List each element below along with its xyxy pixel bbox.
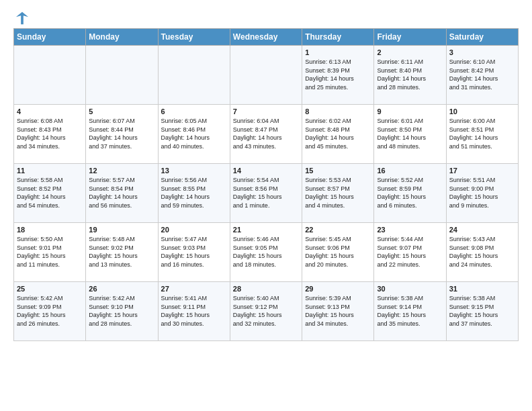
day-number: 22 <box>305 226 371 234</box>
day-number: 15 <box>305 167 371 175</box>
day-number: 16 <box>377 167 443 175</box>
day-info: Sunrise: 6:08 AMSunset: 8:43 PMDaylight:… <box>17 117 83 150</box>
day-number: 4 <box>17 107 83 116</box>
col-header-sunday: Sunday <box>14 29 86 46</box>
calendar-cell: 5Sunrise: 6:07 AMSunset: 8:44 PMDaylight… <box>86 105 158 164</box>
calendar-cell: 18Sunrise: 5:50 AMSunset: 9:01 PMDayligh… <box>14 223 86 282</box>
calendar-cell: 31Sunrise: 5:38 AMSunset: 9:15 PMDayligh… <box>446 282 518 341</box>
calendar-cell: 15Sunrise: 5:53 AMSunset: 8:57 PMDayligh… <box>302 164 374 223</box>
day-number: 29 <box>305 285 371 293</box>
calendar-cell: 28Sunrise: 5:40 AMSunset: 9:12 PMDayligh… <box>230 282 302 341</box>
day-info: Sunrise: 5:38 AMSunset: 9:14 PMDaylight:… <box>377 294 443 328</box>
calendar-cell: 8Sunrise: 6:02 AMSunset: 8:48 PMDaylight… <box>302 105 374 164</box>
header <box>13 11 519 26</box>
calendar-cell: 25Sunrise: 5:42 AMSunset: 9:09 PMDayligh… <box>14 282 86 341</box>
day-number: 12 <box>89 167 154 175</box>
calendar-cell: 1Sunrise: 6:13 AMSunset: 8:39 PMDaylight… <box>302 46 374 105</box>
calendar-cell: 7Sunrise: 6:04 AMSunset: 8:47 PMDaylight… <box>230 105 302 164</box>
day-info: Sunrise: 5:56 AMSunset: 8:55 PMDaylight:… <box>161 176 227 210</box>
calendar-cell: 23Sunrise: 5:44 AMSunset: 9:07 PMDayligh… <box>374 223 446 282</box>
calendar-week-2: 4Sunrise: 6:08 AMSunset: 8:43 PMDaylight… <box>14 105 519 164</box>
calendar-cell: 4Sunrise: 6:08 AMSunset: 8:43 PMDaylight… <box>14 105 86 164</box>
day-info: Sunrise: 5:44 AMSunset: 9:07 PMDaylight:… <box>377 235 443 269</box>
day-info: Sunrise: 5:39 AMSunset: 9:13 PMDaylight:… <box>305 294 371 328</box>
day-info: Sunrise: 6:01 AMSunset: 8:50 PMDaylight:… <box>377 117 443 150</box>
col-header-thursday: Thursday <box>302 29 374 46</box>
day-info: Sunrise: 6:02 AMSunset: 8:48 PMDaylight:… <box>305 117 371 150</box>
calendar-cell: 26Sunrise: 5:42 AMSunset: 9:10 PMDayligh… <box>86 282 158 341</box>
day-number: 28 <box>233 285 299 293</box>
day-number: 10 <box>449 107 515 116</box>
day-info: Sunrise: 5:43 AMSunset: 9:08 PMDaylight:… <box>449 235 515 269</box>
svg-marker-0 <box>16 12 28 24</box>
calendar-cell: 22Sunrise: 5:45 AMSunset: 9:06 PMDayligh… <box>302 223 374 282</box>
day-info: Sunrise: 5:52 AMSunset: 8:59 PMDaylight:… <box>377 176 443 210</box>
col-header-saturday: Saturday <box>446 29 518 46</box>
day-info: Sunrise: 5:40 AMSunset: 9:12 PMDaylight:… <box>233 294 299 328</box>
calendar-week-3: 11Sunrise: 5:58 AMSunset: 8:52 PMDayligh… <box>14 164 519 223</box>
calendar-cell: 6Sunrise: 6:05 AMSunset: 8:46 PMDaylight… <box>158 105 230 164</box>
day-number: 14 <box>233 167 299 175</box>
day-number: 24 <box>449 226 515 234</box>
logo <box>13 11 30 26</box>
day-info: Sunrise: 5:57 AMSunset: 8:54 PMDaylight:… <box>89 176 154 210</box>
day-number: 6 <box>161 107 227 116</box>
calendar-cell <box>14 46 86 105</box>
day-info: Sunrise: 5:54 AMSunset: 8:56 PMDaylight:… <box>233 176 299 210</box>
calendar-cell: 2Sunrise: 6:11 AMSunset: 8:40 PMDaylight… <box>374 46 446 105</box>
day-number: 17 <box>449 167 515 175</box>
calendar-cell <box>230 46 302 105</box>
day-info: Sunrise: 5:48 AMSunset: 9:02 PMDaylight:… <box>89 235 154 269</box>
day-info: Sunrise: 5:41 AMSunset: 9:11 PMDaylight:… <box>161 294 227 328</box>
col-header-tuesday: Tuesday <box>158 29 230 46</box>
calendar-cell <box>86 46 158 105</box>
day-number: 11 <box>17 167 83 175</box>
col-header-monday: Monday <box>86 29 158 46</box>
calendar-cell: 9Sunrise: 6:01 AMSunset: 8:50 PMDaylight… <box>374 105 446 164</box>
day-info: Sunrise: 6:13 AMSunset: 8:39 PMDaylight:… <box>305 58 371 91</box>
col-header-friday: Friday <box>374 29 446 46</box>
day-info: Sunrise: 5:50 AMSunset: 9:01 PMDaylight:… <box>17 235 83 269</box>
day-number: 1 <box>305 48 371 56</box>
day-info: Sunrise: 5:47 AMSunset: 9:03 PMDaylight:… <box>161 235 227 269</box>
calendar-cell: 30Sunrise: 5:38 AMSunset: 9:14 PMDayligh… <box>374 282 446 341</box>
calendar-cell: 24Sunrise: 5:43 AMSunset: 9:08 PMDayligh… <box>446 223 518 282</box>
calendar-cell: 29Sunrise: 5:39 AMSunset: 9:13 PMDayligh… <box>302 282 374 341</box>
day-number: 31 <box>449 285 515 293</box>
day-info: Sunrise: 6:10 AMSunset: 8:42 PMDaylight:… <box>449 58 515 91</box>
calendar-table: SundayMondayTuesdayWednesdayThursdayFrid… <box>13 28 519 341</box>
day-info: Sunrise: 6:07 AMSunset: 8:44 PMDaylight:… <box>89 117 154 150</box>
day-number: 21 <box>233 226 299 234</box>
header-row: SundayMondayTuesdayWednesdayThursdayFrid… <box>14 29 519 46</box>
calendar-cell: 3Sunrise: 6:10 AMSunset: 8:42 PMDaylight… <box>446 46 518 105</box>
day-info: Sunrise: 6:05 AMSunset: 8:46 PMDaylight:… <box>161 117 227 150</box>
day-info: Sunrise: 5:42 AMSunset: 9:09 PMDaylight:… <box>17 294 83 328</box>
day-info: Sunrise: 6:11 AMSunset: 8:40 PMDaylight:… <box>377 58 443 91</box>
day-number: 27 <box>161 285 227 293</box>
calendar-cell: 19Sunrise: 5:48 AMSunset: 9:02 PMDayligh… <box>86 223 158 282</box>
calendar-cell: 13Sunrise: 5:56 AMSunset: 8:55 PMDayligh… <box>158 164 230 223</box>
day-number: 25 <box>17 285 83 293</box>
day-info: Sunrise: 6:00 AMSunset: 8:51 PMDaylight:… <box>449 117 515 150</box>
calendar-cell: 21Sunrise: 5:46 AMSunset: 9:05 PMDayligh… <box>230 223 302 282</box>
day-number: 7 <box>233 107 299 116</box>
day-number: 3 <box>449 48 515 56</box>
day-info: Sunrise: 6:04 AMSunset: 8:47 PMDaylight:… <box>233 117 299 150</box>
calendar-cell: 17Sunrise: 5:51 AMSunset: 9:00 PMDayligh… <box>446 164 518 223</box>
day-number: 9 <box>377 107 443 116</box>
day-info: Sunrise: 5:42 AMSunset: 9:10 PMDaylight:… <box>89 294 154 328</box>
day-info: Sunrise: 5:45 AMSunset: 9:06 PMDaylight:… <box>305 235 371 269</box>
day-number: 2 <box>377 48 443 56</box>
calendar-cell: 20Sunrise: 5:47 AMSunset: 9:03 PMDayligh… <box>158 223 230 282</box>
day-info: Sunrise: 5:53 AMSunset: 8:57 PMDaylight:… <box>305 176 371 210</box>
day-info: Sunrise: 5:38 AMSunset: 9:15 PMDaylight:… <box>449 294 515 328</box>
col-header-wednesday: Wednesday <box>230 29 302 46</box>
day-number: 5 <box>89 107 154 116</box>
calendar-week-5: 25Sunrise: 5:42 AMSunset: 9:09 PMDayligh… <box>14 282 519 341</box>
logo-icon <box>15 11 30 26</box>
day-number: 19 <box>89 226 154 234</box>
day-info: Sunrise: 5:58 AMSunset: 8:52 PMDaylight:… <box>17 176 83 210</box>
calendar-cell: 27Sunrise: 5:41 AMSunset: 9:11 PMDayligh… <box>158 282 230 341</box>
day-number: 30 <box>377 285 443 293</box>
day-number: 26 <box>89 285 154 293</box>
